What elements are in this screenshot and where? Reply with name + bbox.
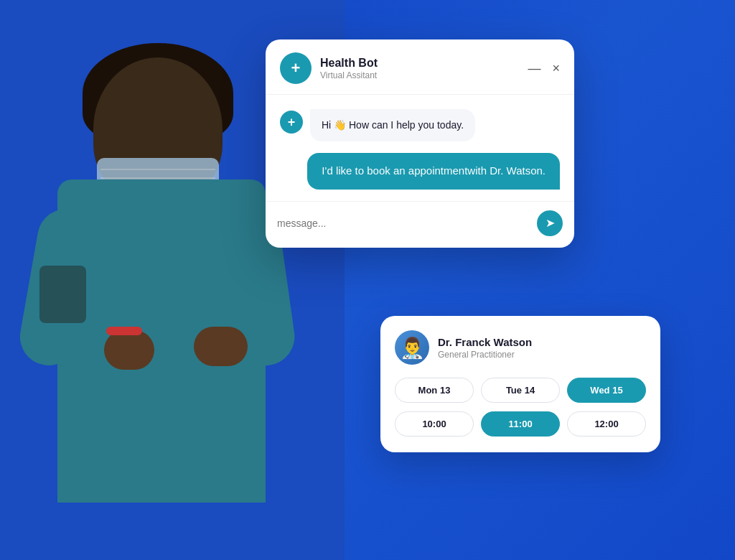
bot-plus-icon: +	[288, 116, 296, 129]
user-message-bubble: I'd like to book an appointmentwith Dr. …	[307, 153, 560, 190]
chat-input-row: ➤	[266, 201, 574, 248]
bot-message-bubble: Hi 👋 How can I help you today.	[310, 109, 475, 141]
chat-subtitle: Virtual Assitant	[320, 70, 528, 80]
date-btn-wed15[interactable]: Wed 15	[567, 378, 646, 403]
person-hand-right	[194, 327, 248, 366]
chat-header: + Health Bot Virtual Assitant — ×	[266, 39, 574, 95]
doctor-specialty: General Practitioner	[438, 350, 532, 360]
person-tattoo	[39, 266, 86, 323]
bot-message-row: + Hi 👋 How can I help you today.	[280, 109, 560, 141]
send-button[interactable]: ➤	[537, 210, 563, 236]
person-hand-left	[104, 330, 154, 370]
doctor-card: 👨‍⚕️ Dr. Franck Watson General Practitio…	[380, 316, 660, 452]
send-icon: ➤	[546, 216, 555, 230]
close-button[interactable]: ×	[552, 62, 560, 75]
chat-controls: — ×	[528, 62, 560, 75]
date-btn-tue14[interactable]: Tue 14	[481, 378, 560, 403]
person-bracelet	[106, 327, 142, 335]
chat-body: + Hi 👋 How can I help you today. I'd lik…	[266, 95, 574, 201]
time-btn-1200[interactable]: 12:00	[567, 411, 646, 437]
time-btn-1100[interactable]: 11:00	[481, 411, 560, 437]
doctor-avatar-icon: 👨‍⚕️	[400, 336, 425, 360]
message-input[interactable]	[277, 218, 530, 229]
chat-window: + Health Bot Virtual Assitant — × + Hi 👋…	[266, 39, 574, 248]
chat-title-area: Health Bot Virtual Assitant	[320, 57, 528, 80]
time-btn-1000[interactable]: 10:00	[395, 411, 474, 437]
doctor-text-info: Dr. Franck Watson General Practitioner	[438, 336, 532, 360]
chat-title: Health Bot	[320, 57, 528, 70]
minimize-button[interactable]: —	[528, 62, 540, 75]
doctor-info: 👨‍⚕️ Dr. Franck Watson General Practitio…	[395, 330, 646, 365]
time-buttons-row: 10:00 11:00 12:00	[395, 411, 646, 437]
date-buttons-row: Mon 13 Tue 14 Wed 15	[395, 378, 646, 403]
doctor-avatar: 👨‍⚕️	[395, 330, 429, 365]
plus-icon: +	[291, 59, 301, 78]
bot-icon-btn: +	[280, 111, 303, 134]
doctor-name: Dr. Franck Watson	[438, 336, 532, 348]
date-btn-mon13[interactable]: Mon 13	[395, 378, 474, 403]
bot-avatar: +	[280, 52, 312, 84]
